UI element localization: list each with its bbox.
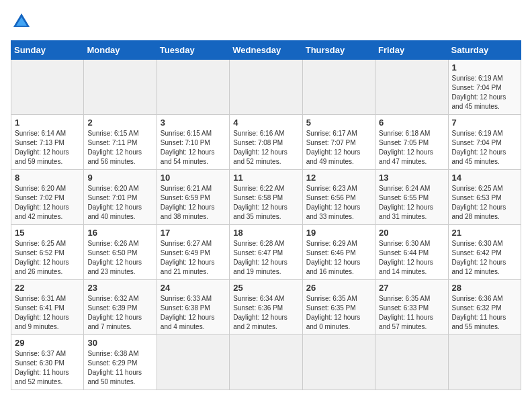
col-header-sunday: Sunday <box>11 41 84 60</box>
day-cell <box>230 60 302 115</box>
day-info: Sunrise: 6:28 AM Sunset: 6:47 PM Dayligh… <box>233 239 298 277</box>
day-number: 3 <box>161 118 226 128</box>
col-header-saturday: Saturday <box>448 41 521 60</box>
day-cell: 30Sunrise: 6:38 AM Sunset: 6:29 PM Dayli… <box>84 335 157 390</box>
day-cell <box>302 335 375 390</box>
day-info: Sunrise: 6:15 AM Sunset: 7:10 PM Dayligh… <box>161 129 226 167</box>
logo-icon <box>11 11 32 32</box>
calendar-table: SundayMondayTuesdayWednesdayThursdayFrid… <box>11 40 521 390</box>
day-info: Sunrise: 6:21 AM Sunset: 6:59 PM Dayligh… <box>161 184 226 222</box>
day-info: Sunrise: 6:25 AM Sunset: 6:52 PM Dayligh… <box>15 239 80 277</box>
day-info: Sunrise: 6:24 AM Sunset: 6:55 PM Dayligh… <box>379 184 444 222</box>
day-info: Sunrise: 6:35 AM Sunset: 6:33 PM Dayligh… <box>379 294 444 332</box>
day-number: 2 <box>87 118 152 128</box>
day-cell: 14Sunrise: 6:25 AM Sunset: 6:53 PM Dayli… <box>448 170 521 225</box>
day-info: Sunrise: 6:17 AM Sunset: 7:07 PM Dayligh… <box>306 129 371 167</box>
day-info: Sunrise: 6:33 AM Sunset: 6:38 PM Dayligh… <box>161 294 226 332</box>
day-cell <box>375 335 448 390</box>
day-number: 25 <box>233 283 298 293</box>
day-number: 14 <box>452 173 517 183</box>
day-cell: 16Sunrise: 6:26 AM Sunset: 6:50 PM Dayli… <box>84 225 157 280</box>
day-cell: 27Sunrise: 6:35 AM Sunset: 6:33 PM Dayli… <box>375 280 448 335</box>
day-info: Sunrise: 6:31 AM Sunset: 6:41 PM Dayligh… <box>15 294 80 332</box>
day-info: Sunrise: 6:25 AM Sunset: 6:53 PM Dayligh… <box>452 184 517 222</box>
day-cell: 23Sunrise: 6:32 AM Sunset: 6:39 PM Dayli… <box>84 280 157 335</box>
day-cell <box>448 335 521 390</box>
day-info: Sunrise: 6:20 AM Sunset: 7:02 PM Dayligh… <box>15 184 80 222</box>
day-cell: 11Sunrise: 6:22 AM Sunset: 6:58 PM Dayli… <box>230 170 302 225</box>
day-number: 1 <box>15 118 80 128</box>
day-cell: 1Sunrise: 6:19 AM Sunset: 7:04 PM Daylig… <box>448 60 521 115</box>
day-info: Sunrise: 6:20 AM Sunset: 7:01 PM Dayligh… <box>87 184 152 222</box>
day-number: 11 <box>233 173 298 183</box>
day-number: 29 <box>15 338 80 348</box>
day-number: 12 <box>306 173 371 183</box>
week-row-2: 8Sunrise: 6:20 AM Sunset: 7:02 PM Daylig… <box>11 170 521 225</box>
day-number: 28 <box>452 283 517 293</box>
day-number: 10 <box>161 173 226 183</box>
col-header-wednesday: Wednesday <box>230 41 302 60</box>
day-number: 5 <box>306 118 371 128</box>
day-info: Sunrise: 6:19 AM Sunset: 7:04 PM Dayligh… <box>452 74 517 111</box>
day-cell: 6Sunrise: 6:18 AM Sunset: 7:05 PM Daylig… <box>375 115 448 170</box>
day-cell: 17Sunrise: 6:27 AM Sunset: 6:49 PM Dayli… <box>157 225 229 280</box>
day-info: Sunrise: 6:35 AM Sunset: 6:35 PM Dayligh… <box>306 294 371 332</box>
day-info: Sunrise: 6:22 AM Sunset: 6:58 PM Dayligh… <box>233 184 298 222</box>
day-cell: 1Sunrise: 6:14 AM Sunset: 7:13 PM Daylig… <box>11 115 84 170</box>
day-number: 27 <box>379 283 444 293</box>
day-info: Sunrise: 6:15 AM Sunset: 7:11 PM Dayligh… <box>87 129 152 167</box>
day-cell: 2Sunrise: 6:15 AM Sunset: 7:11 PM Daylig… <box>84 115 157 170</box>
day-cell: 29Sunrise: 6:37 AM Sunset: 6:30 PM Dayli… <box>11 335 84 390</box>
day-cell: 7Sunrise: 6:19 AM Sunset: 7:04 PM Daylig… <box>448 115 521 170</box>
day-number: 9 <box>87 173 152 183</box>
logo <box>11 11 35 32</box>
day-number: 15 <box>15 228 80 238</box>
day-number: 26 <box>306 283 371 293</box>
day-cell: 26Sunrise: 6:35 AM Sunset: 6:35 PM Dayli… <box>302 280 375 335</box>
day-cell <box>157 60 229 115</box>
day-cell: 13Sunrise: 6:24 AM Sunset: 6:55 PM Dayli… <box>375 170 448 225</box>
day-cell <box>375 60 448 115</box>
day-info: Sunrise: 6:27 AM Sunset: 6:49 PM Dayligh… <box>161 239 226 277</box>
week-row-0: 1Sunrise: 6:19 AM Sunset: 7:04 PM Daylig… <box>11 60 521 115</box>
day-number: 20 <box>379 228 444 238</box>
day-number: 4 <box>233 118 298 128</box>
day-cell: 25Sunrise: 6:34 AM Sunset: 6:36 PM Dayli… <box>230 280 302 335</box>
day-info: Sunrise: 6:23 AM Sunset: 6:56 PM Dayligh… <box>306 184 371 222</box>
day-number: 7 <box>452 118 517 128</box>
day-cell: 10Sunrise: 6:21 AM Sunset: 6:59 PM Dayli… <box>157 170 229 225</box>
day-cell <box>302 60 375 115</box>
day-cell: 21Sunrise: 6:30 AM Sunset: 6:42 PM Dayli… <box>448 225 521 280</box>
day-cell <box>11 60 84 115</box>
day-info: Sunrise: 6:26 AM Sunset: 6:50 PM Dayligh… <box>87 239 152 277</box>
day-info: Sunrise: 6:32 AM Sunset: 6:39 PM Dayligh… <box>87 294 152 332</box>
day-info: Sunrise: 6:19 AM Sunset: 7:04 PM Dayligh… <box>452 129 517 167</box>
day-number: 17 <box>161 228 226 238</box>
day-info: Sunrise: 6:29 AM Sunset: 6:46 PM Dayligh… <box>306 239 371 277</box>
day-cell <box>157 335 229 390</box>
day-number: 22 <box>15 283 80 293</box>
week-row-1: 1Sunrise: 6:14 AM Sunset: 7:13 PM Daylig… <box>11 115 521 170</box>
day-info: Sunrise: 6:30 AM Sunset: 6:44 PM Dayligh… <box>379 239 444 277</box>
day-cell: 9Sunrise: 6:20 AM Sunset: 7:01 PM Daylig… <box>84 170 157 225</box>
day-cell: 19Sunrise: 6:29 AM Sunset: 6:46 PM Dayli… <box>302 225 375 280</box>
col-header-friday: Friday <box>375 41 448 60</box>
day-info: Sunrise: 6:14 AM Sunset: 7:13 PM Dayligh… <box>15 129 80 167</box>
week-row-5: 29Sunrise: 6:37 AM Sunset: 6:30 PM Dayli… <box>11 335 521 390</box>
day-cell <box>84 60 157 115</box>
day-number: 21 <box>452 228 517 238</box>
header <box>11 11 521 32</box>
day-cell: 4Sunrise: 6:16 AM Sunset: 7:08 PM Daylig… <box>230 115 302 170</box>
week-row-4: 22Sunrise: 6:31 AM Sunset: 6:41 PM Dayli… <box>11 280 521 335</box>
day-number: 23 <box>87 283 152 293</box>
week-row-3: 15Sunrise: 6:25 AM Sunset: 6:52 PM Dayli… <box>11 225 521 280</box>
col-header-monday: Monday <box>84 41 157 60</box>
day-number: 13 <box>379 173 444 183</box>
header-row: SundayMondayTuesdayWednesdayThursdayFrid… <box>11 41 521 60</box>
day-number: 18 <box>233 228 298 238</box>
day-number: 16 <box>87 228 152 238</box>
day-cell: 5Sunrise: 6:17 AM Sunset: 7:07 PM Daylig… <box>302 115 375 170</box>
day-cell: 15Sunrise: 6:25 AM Sunset: 6:52 PM Dayli… <box>11 225 84 280</box>
day-info: Sunrise: 6:38 AM Sunset: 6:29 PM Dayligh… <box>87 349 152 387</box>
day-info: Sunrise: 6:16 AM Sunset: 7:08 PM Dayligh… <box>233 129 298 167</box>
